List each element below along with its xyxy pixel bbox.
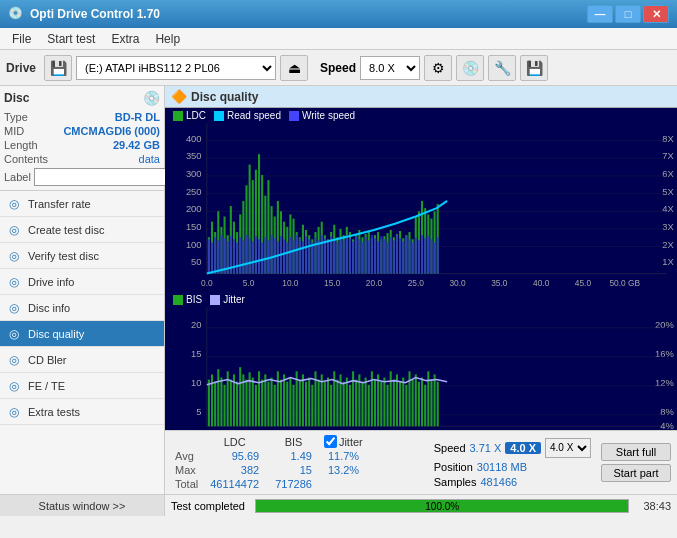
svg-rect-275 <box>405 385 407 426</box>
tools-button[interactable]: 🔧 <box>488 55 516 81</box>
max-ldc: 382 <box>202 463 267 477</box>
ldc-legend-box <box>173 111 183 121</box>
cd-bler-icon: ◎ <box>6 353 22 367</box>
menu-start-test[interactable]: Start test <box>39 30 103 48</box>
svg-rect-160 <box>361 242 363 273</box>
svg-rect-216 <box>220 378 222 427</box>
svg-rect-222 <box>239 367 241 426</box>
svg-text:15: 15 <box>191 349 201 359</box>
drive-label: Drive <box>6 61 36 75</box>
speed-dropdown[interactable]: 4.0 X <box>545 438 591 458</box>
svg-rect-274 <box>402 378 404 427</box>
svg-rect-141 <box>302 241 304 273</box>
svg-rect-167 <box>383 239 385 273</box>
jitter-checkbox[interactable] <box>324 435 337 448</box>
svg-rect-178 <box>418 240 420 273</box>
status-window-button[interactable]: Status window >> <box>0 495 165 516</box>
jitter-legend-label: Jitter <box>223 294 245 305</box>
svg-rect-282 <box>427 371 429 426</box>
svg-rect-280 <box>421 378 423 427</box>
svg-rect-242 <box>302 375 304 427</box>
svg-rect-168 <box>387 242 389 273</box>
jitter-check-cell: Jitter <box>320 434 367 449</box>
svg-rect-267 <box>380 382 382 427</box>
nav-verify-test[interactable]: ◎ Verify test disc <box>0 243 164 269</box>
progress-container: 100.0% <box>255 499 629 513</box>
start-part-button[interactable]: Start part <box>601 464 671 482</box>
speed-label: Speed <box>320 61 356 75</box>
nav-cd-bler[interactable]: ◎ CD Bler <box>0 347 164 373</box>
maximize-button[interactable]: □ <box>615 5 641 23</box>
samples-val: 481466 <box>480 476 517 488</box>
svg-rect-219 <box>230 380 232 427</box>
total-bis: 717286 <box>267 477 320 491</box>
nav-fe-te[interactable]: ◎ FE / TE <box>0 373 164 399</box>
nav-verify-test-label: Verify test disc <box>28 250 99 262</box>
nav-drive-info[interactable]: ◎ Drive info <box>0 269 164 295</box>
svg-text:400: 400 <box>186 134 202 144</box>
top-chart-svg: 400 350 300 250 200 150 100 50 8X 7X 6X … <box>165 123 677 289</box>
svg-rect-241 <box>299 380 301 427</box>
speed-info-val: 3.71 X <box>470 442 502 454</box>
svg-rect-175 <box>408 239 410 273</box>
speed-select[interactable]: 8.0 X <box>360 56 420 80</box>
nav-disc-quality[interactable]: ◎ Disc quality <box>0 321 164 347</box>
svg-rect-136 <box>286 242 288 273</box>
bottom-chart-svg: 20 15 10 5 20% 16% 12% 8% 4% 0.0 5.0 10.… <box>165 307 677 430</box>
type-label: Type <box>4 111 28 123</box>
svg-rect-181 <box>427 236 429 273</box>
label-input[interactable] <box>34 168 167 186</box>
menu-extra[interactable]: Extra <box>103 30 147 48</box>
svg-rect-235 <box>280 380 282 427</box>
svg-text:6X: 6X <box>662 169 674 179</box>
svg-rect-159 <box>358 239 360 273</box>
svg-rect-180 <box>424 238 426 273</box>
save-button[interactable]: 💾 <box>520 55 548 81</box>
sidebar: Disc 💿 Type BD-R DL MID CMCMAGDI6 (000) … <box>0 86 165 494</box>
svg-rect-148 <box>324 238 326 273</box>
svg-text:20: 20 <box>191 320 201 330</box>
nav-create-test[interactable]: ◎ Create test disc <box>0 217 164 243</box>
main-layout: Disc 💿 Type BD-R DL MID CMCMAGDI6 (000) … <box>0 86 677 494</box>
position-label: Position <box>434 461 473 473</box>
disc-button[interactable]: 💿 <box>456 55 484 81</box>
nav-extra-tests[interactable]: ◎ Extra tests <box>0 399 164 425</box>
svg-rect-251 <box>330 385 332 426</box>
svg-text:12%: 12% <box>655 378 674 388</box>
drive-icon-button[interactable]: 💾 <box>44 55 72 81</box>
svg-text:20.0: 20.0 <box>366 278 383 288</box>
write-speed-legend-box <box>289 111 299 121</box>
bottom-legend: BIS Jitter <box>165 292 677 307</box>
nav-transfer-rate[interactable]: ◎ Transfer rate <box>0 191 164 217</box>
fe-te-icon: ◎ <box>6 379 22 393</box>
svg-rect-229 <box>261 380 263 427</box>
drive-select[interactable]: (E:) ATAPI iHBS112 2 PL06 <box>76 56 276 80</box>
minimize-button[interactable]: — <box>587 5 613 23</box>
start-full-button[interactable]: Start full <box>601 443 671 461</box>
menu-help[interactable]: Help <box>147 30 188 48</box>
svg-text:5.0: 5.0 <box>243 278 255 288</box>
length-value: 29.42 GB <box>113 139 160 151</box>
config-button[interactable]: ⚙ <box>424 55 452 81</box>
close-button[interactable]: ✕ <box>643 5 669 23</box>
disc-info-icon: ◎ <box>6 301 22 315</box>
read-speed-legend-box <box>214 111 224 121</box>
nav-disc-info-label: Disc info <box>28 302 70 314</box>
svg-text:45.0: 45.0 <box>575 278 592 288</box>
svg-text:10: 10 <box>191 378 201 388</box>
samples-row: Samples 481466 <box>434 476 591 488</box>
write-speed-legend-label: Write speed <box>302 110 355 121</box>
svg-text:4%: 4% <box>660 422 674 430</box>
menu-file[interactable]: File <box>4 30 39 48</box>
svg-text:3X: 3X <box>662 222 674 232</box>
nav-disc-quality-label: Disc quality <box>28 328 84 340</box>
svg-rect-243 <box>305 382 307 427</box>
eject-button[interactable]: ⏏ <box>280 55 308 81</box>
nav-cd-bler-label: CD Bler <box>28 354 67 366</box>
svg-text:20%: 20% <box>655 320 674 330</box>
jitter-label: Jitter <box>339 436 363 448</box>
disc-quality-header-icon: 🔶 <box>171 89 187 104</box>
total-label: Total <box>171 477 202 491</box>
nav-disc-info[interactable]: ◎ Disc info <box>0 295 164 321</box>
disc-mid-row: MID CMCMAGDI6 (000) <box>4 124 160 138</box>
